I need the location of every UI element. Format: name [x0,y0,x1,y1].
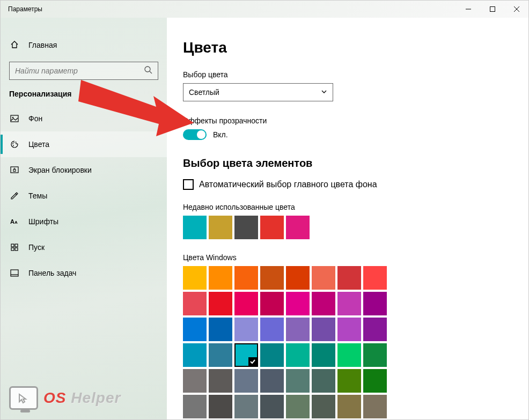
color-swatch[interactable] [260,395,284,418]
palette-icon [10,140,19,149]
window-title: Параметры [8,5,42,13]
color-swatch[interactable] [234,369,258,393]
recent-color-swatch[interactable] [183,216,207,239]
color-swatch[interactable] [337,369,361,393]
color-swatch[interactable] [286,395,310,418]
picture-icon [10,114,19,123]
color-swatch[interactable] [286,369,310,393]
color-swatch[interactable] [312,343,335,367]
minimize-button[interactable] [456,1,480,17]
color-swatch[interactable] [260,292,284,315]
home-icon [10,40,19,50]
color-swatch[interactable] [260,369,284,393]
maximize-button[interactable] [480,1,504,17]
color-swatch[interactable] [363,343,387,367]
color-swatch[interactable] [183,266,207,290]
svg-rect-17 [11,270,18,276]
svg-rect-12 [13,170,16,172]
search-input[interactable] [9,62,158,80]
color-swatch[interactable] [363,395,387,418]
svg-point-8 [12,143,13,144]
color-swatch[interactable] [234,292,258,315]
sidebar-section-label: Персонализация [1,90,167,106]
search-field[interactable] [15,67,132,75]
color-swatch[interactable] [209,318,232,341]
recent-color-swatch[interactable] [260,216,284,239]
transparency-toggle[interactable] [183,129,207,140]
windows-colors-grid [183,266,512,418]
recent-colors-row [183,216,512,239]
color-swatch[interactable] [209,343,232,367]
color-swatch[interactable] [337,266,361,290]
color-swatch[interactable] [183,343,207,367]
recent-color-swatch[interactable] [234,216,258,239]
sidebar-item-fonts[interactable]: AA Шрифты [1,209,167,234]
sidebar-item-label: Пуск [28,243,45,252]
color-swatch[interactable] [183,318,207,341]
color-swatch[interactable] [260,318,284,341]
svg-rect-15 [11,248,14,250]
close-button[interactable] [504,1,528,17]
page-title: Цвета [183,39,512,56]
sidebar-item-themes[interactable]: Темы [1,183,167,209]
sidebar-item-label: Панель задач [28,269,76,277]
sidebar-item-colors[interactable]: Цвета [1,131,167,157]
home-button[interactable]: Главная [1,34,167,56]
color-swatch[interactable] [337,343,361,367]
color-swatch[interactable] [363,266,387,290]
color-swatch[interactable] [312,266,335,290]
color-swatch[interactable] [234,318,258,341]
svg-rect-1 [490,7,495,12]
recent-color-swatch[interactable] [286,216,310,239]
sidebar-item-start[interactable]: Пуск [1,234,167,260]
colormode-dropdown[interactable]: Светлый [183,83,333,101]
colormode-label: Выбор цвета [183,70,512,79]
chevron-down-icon [321,88,327,97]
color-swatch[interactable] [312,395,335,418]
lockscreen-icon [10,166,19,174]
titlebar: Параметры [1,1,528,18]
color-swatch[interactable] [312,369,335,393]
color-swatch[interactable] [209,369,232,393]
window-controls [456,1,528,17]
color-swatch[interactable] [286,292,310,315]
color-swatch[interactable] [337,395,361,418]
color-swatch[interactable] [183,369,207,393]
color-swatch[interactable] [260,343,284,367]
content-area: Цвета Выбор цвета Светлый Эффекты прозра… [167,18,528,419]
sidebar-item-label: Экран блокировки [28,166,92,174]
color-swatch[interactable] [337,292,361,315]
color-swatch[interactable] [363,292,387,315]
color-swatch[interactable] [312,318,335,341]
svg-rect-14 [15,244,18,247]
color-swatch[interactable] [209,395,232,418]
color-swatch[interactable] [363,318,387,341]
color-swatch[interactable] [234,343,258,367]
color-swatch[interactable] [337,318,361,341]
svg-point-7 [12,117,13,118]
color-swatch[interactable] [312,292,335,315]
color-swatch[interactable] [286,318,310,341]
sidebar-item-label: Темы [28,191,47,200]
auto-color-checkbox[interactable] [183,179,194,190]
svg-rect-16 [15,248,18,250]
color-swatch[interactable] [183,292,207,315]
sidebar-item-background[interactable]: Фон [1,106,167,131]
svg-rect-13 [11,244,14,247]
recent-color-swatch[interactable] [209,216,232,239]
color-swatch[interactable] [286,266,310,290]
color-swatch[interactable] [209,266,232,290]
color-swatch[interactable] [234,266,258,290]
sidebar-item-taskbar[interactable]: Панель задач [1,260,167,286]
color-swatch[interactable] [209,292,232,315]
color-swatch[interactable] [234,395,258,418]
sidebar-item-lockscreen[interactable]: Экран блокировки [1,157,167,183]
fonts-icon: AA [10,218,19,225]
color-swatch[interactable] [286,343,310,367]
search-icon [144,65,152,76]
color-swatch[interactable] [183,395,207,418]
svg-point-9 [13,142,14,143]
color-swatch[interactable] [260,266,284,290]
toggle-state-label: Вкл. [213,130,228,139]
color-swatch[interactable] [363,369,387,393]
